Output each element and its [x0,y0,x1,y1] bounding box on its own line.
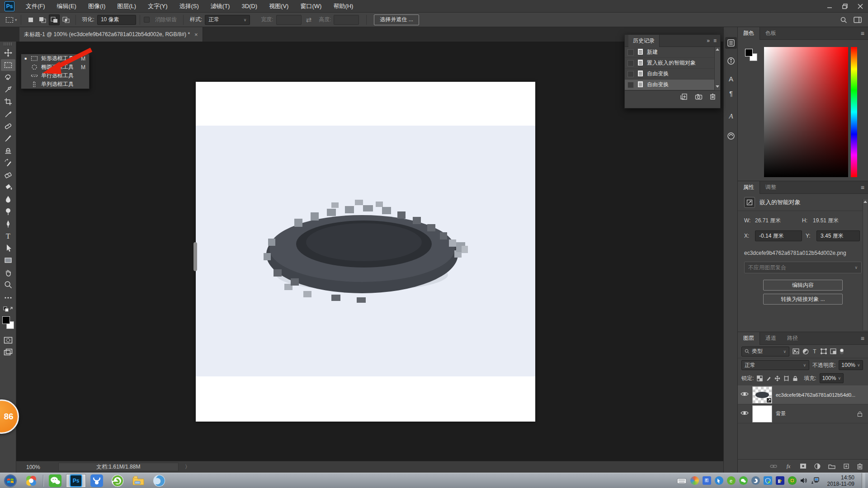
menu-image[interactable]: 图像(I) [82,0,111,13]
default-swap-colors-icon[interactable] [1,304,15,315]
taskbar-bull-app-icon[interactable] [87,474,107,488]
pen-tool[interactable] [1,218,15,230]
history-item[interactable]: 置入嵌入的智能对象 [625,58,720,69]
foreground-color-swatch[interactable] [2,316,10,324]
status-chevron-icon[interactable]: 〉 [185,463,190,471]
tray-antivirus-icon[interactable] [788,476,797,485]
filter-pixel-layers-icon[interactable] [793,348,799,354]
menu-type[interactable]: 文字(Y) [142,0,173,13]
layer-effects-icon[interactable]: fx [785,463,792,469]
edit-toolbar-icon[interactable] [1,292,15,304]
new-document-from-state-icon[interactable] [680,93,688,100]
canvas-edge-handle[interactable] [193,242,197,271]
history-panel-icon[interactable] [725,37,737,49]
color-picker-gradient[interactable] [764,47,848,177]
menu-filter[interactable]: 滤镜(T) [205,0,236,13]
tray-pointer-icon[interactable] [715,476,723,485]
history-item[interactable]: 自由变换 [625,69,720,80]
layer-thumbnail[interactable] [752,386,772,404]
tray-pc-manager-icon[interactable] [751,476,760,485]
workspace-switcher-icon[interactable] [854,16,862,23]
swap-dimensions-icon[interactable]: ⇄ [306,16,312,24]
taskbar-360-browser-icon[interactable] [108,474,127,488]
menu-window[interactable]: 窗口(W) [294,0,327,13]
layer-filter-select[interactable]: 类型 ∨ [741,347,789,357]
lock-transparency-icon[interactable] [757,375,763,381]
new-layer-icon[interactable] [843,463,849,469]
tab-channels[interactable]: 通道 [760,332,782,345]
delete-layer-icon[interactable] [857,463,863,469]
filter-type-layers-icon[interactable]: T [812,348,817,354]
history-tab[interactable]: 历史记录 [628,35,660,47]
edit-content-button[interactable]: 编辑内容 [763,280,843,291]
new-group-icon[interactable] [828,464,835,469]
layer-visibility-icon[interactable] [741,410,749,417]
current-tool-icon[interactable]: ▾ [5,16,17,23]
document-artboard[interactable] [196,82,535,422]
tab-paths[interactable]: 路径 [782,332,803,345]
minimize-icon[interactable] [822,0,837,13]
opacity-input[interactable]: 100%∨ [839,360,863,370]
tray-network-icon[interactable] [811,477,819,484]
history-item-selected[interactable]: 自由变换 [625,80,720,90]
tray-input-method-icon[interactable]: 图 [703,476,711,485]
convert-to-linked-button[interactable]: 转换为链接对象 ... [763,294,843,305]
panel-menu-icon[interactable]: ≡ [861,184,864,191]
filter-shape-layers-icon[interactable] [821,348,827,354]
filter-toggle-icon[interactable] [840,348,844,355]
blend-mode-select[interactable]: 正常∨ [741,360,809,370]
history-item[interactable]: 新建 [625,47,720,58]
type-tool[interactable]: T [1,230,15,242]
history-source-checkbox[interactable] [627,49,634,56]
menu-layer[interactable]: 图层(L) [111,0,142,13]
crop-tool[interactable] [1,96,15,108]
tray-keyboard-icon[interactable] [677,477,687,484]
info-panel-icon[interactable] [725,55,737,67]
brush-tool[interactable] [1,132,15,144]
tray-globe-icon[interactable] [690,476,699,485]
tray-wechat-icon[interactable] [739,476,748,485]
zoom-level[interactable]: 100% [26,464,40,470]
panel-menu-icon[interactable]: ≡ [861,335,864,342]
libraries-panel-icon[interactable] [725,130,737,142]
rectangular-marquee-tool[interactable] [1,59,15,71]
taskbar-wechat-icon[interactable] [45,474,65,488]
eyedropper-tool[interactable] [1,108,15,120]
lock-position-icon[interactable] [774,375,780,381]
rectangle-tool[interactable] [1,254,15,266]
flyout-item-single-column-marquee[interactable]: 单列选框工具 [21,80,89,89]
subtract-from-selection-button[interactable] [49,14,60,25]
spot-healing-brush-tool[interactable] [1,120,15,132]
delete-state-icon[interactable] [710,93,716,100]
document-size-info[interactable]: 文档:1.61M/1.88M [58,463,179,471]
close-tab-icon[interactable]: × [194,31,198,38]
toolbar-grip[interactable] [4,42,12,46]
panel-menu-icon[interactable]: ≡ [713,38,717,44]
tray-360-browser-icon[interactable]: e [727,476,736,485]
start-button[interactable] [0,474,20,488]
add-to-selection-button[interactable] [37,14,48,25]
document-tab[interactable]: 未标题-1 @ 100% (ec3dcefe9b4762a6781a012b54… [19,27,203,42]
style-select[interactable]: 正常∨ [205,15,250,25]
glyphs-panel-icon[interactable]: A [725,110,737,122]
tab-properties[interactable]: 属性 [738,181,760,194]
adjustment-layer-icon[interactable] [814,463,821,469]
menu-select[interactable]: 选择(S) [173,0,204,13]
screen-mode-icon[interactable] [1,346,15,358]
taskbar-security-suite-icon[interactable] [21,474,41,488]
menu-edit[interactable]: 编辑(E) [51,0,82,13]
taskbar-pc-manager-icon[interactable] [149,474,169,488]
color-panel-fg-bg-swatch[interactable] [745,49,759,62]
character-panel-icon[interactable]: A [725,73,737,85]
menu-3d[interactable]: 3D(D) [236,0,263,13]
path-selection-tool[interactable] [1,242,15,254]
tray-shield-check-icon[interactable] [764,476,772,485]
lock-image-icon[interactable] [766,375,771,381]
filter-smart-objects-icon[interactable] [830,348,836,354]
y-input[interactable]: 3.45 厘米 [816,230,860,241]
filter-adjustment-layers-icon[interactable] [802,348,809,355]
tab-adjustments[interactable]: 调整 [760,181,782,194]
menu-help[interactable]: 帮助(H) [327,0,359,13]
layer-row-smart-object[interactable]: ec3dcefe9b4762a6781a012b54d0... [738,385,868,404]
restore-icon[interactable] [837,0,853,13]
